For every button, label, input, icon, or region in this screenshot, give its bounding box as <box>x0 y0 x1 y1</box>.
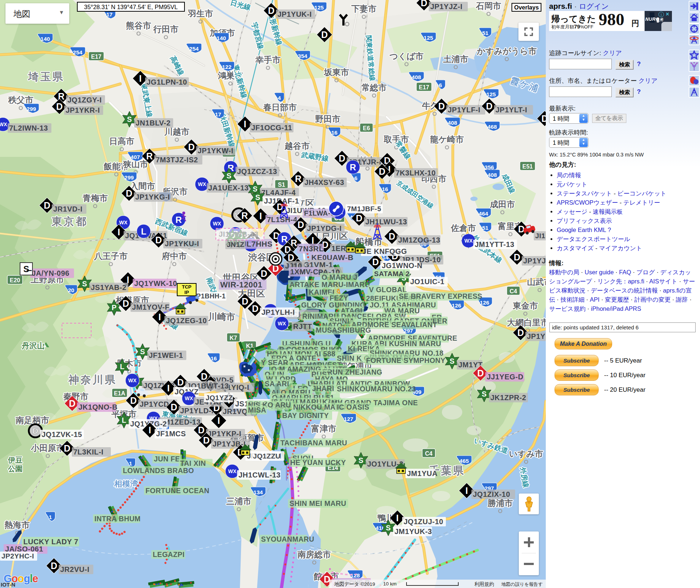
svg-text:408: 408 <box>448 120 457 126</box>
svg-text:1XMV-C: 1XMV-C <box>290 268 318 276</box>
svg-text:P: P <box>112 303 116 312</box>
svg-text:WX: WX <box>213 221 221 227</box>
svg-text:JQ1YZZ: JQ1YZZ <box>206 394 233 402</box>
svg-text:I: I <box>218 415 220 426</box>
svg-text:伊豆: 伊豆 <box>8 456 23 464</box>
svg-text:JM1YUA: JM1YUA <box>407 469 438 477</box>
svg-text:D: D <box>261 268 267 279</box>
svg-text:D: D <box>188 142 195 152</box>
svg-text:山武市: 山武市 <box>527 277 546 287</box>
svg-text:つくば市: つくば市 <box>389 51 424 61</box>
svg-text:SA ARI: SA ARI <box>265 380 289 388</box>
svg-text:408: 408 <box>412 74 421 80</box>
svg-text:I: I <box>139 73 142 84</box>
svg-text:122: 122 <box>222 64 232 70</box>
svg-text:JP1YUK-I: JP1YUK-I <box>277 10 312 18</box>
svg-text:I: I <box>396 513 399 523</box>
svg-text:D: D <box>126 188 132 198</box>
svg-text:IP: IP <box>184 290 189 295</box>
svg-text:WIR-12001: WIR-12001 <box>220 280 262 289</box>
svg-text:JF1WEI-1: JF1WEI-1 <box>149 351 183 359</box>
svg-text:LOWLANDS BRABO: LOWLANDS BRABO <box>123 467 194 475</box>
svg-text:石岡市: 石岡市 <box>476 1 501 11</box>
svg-text:I: I <box>244 119 246 129</box>
svg-text:E17: E17 <box>419 84 429 90</box>
svg-text:7L3KIL-I: 7L3KIL-I <box>73 448 104 456</box>
svg-text:7L4AJF-4: 7L4AJF-4 <box>261 189 296 197</box>
svg-text:D: D <box>321 30 328 40</box>
svg-text:D: D <box>201 371 207 382</box>
svg-text:JP1YLF-I: JP1YLF-I <box>448 106 481 114</box>
svg-text:D: D <box>389 231 395 241</box>
svg-text:126: 126 <box>452 302 461 309</box>
svg-text:17: 17 <box>215 111 221 117</box>
svg-text:L: L <box>120 363 124 371</box>
svg-text:C4: C4 <box>425 450 433 457</box>
svg-text:公園: 公園 <box>8 465 23 473</box>
svg-text:JH1CWL-13: JH1CWL-13 <box>238 471 281 479</box>
svg-text:JI1B: JI1B <box>535 232 546 240</box>
svg-text:126: 126 <box>480 299 489 306</box>
svg-text:S: S <box>82 280 87 288</box>
svg-text:坂東市: 坂東市 <box>324 67 349 77</box>
svg-text:R: R <box>146 151 153 161</box>
svg-text:FORTUNE OCEAN: FORTUNE OCEAN <box>145 487 209 495</box>
svg-text:JP1YDG-I: JP1YDG-I <box>307 224 342 232</box>
svg-text:JM1YOV-F: JM1YOV-F <box>132 303 170 311</box>
svg-text:春日部市: 春日部市 <box>263 102 297 112</box>
svg-text:S: S <box>226 172 231 180</box>
svg-text:SHINKOUMARU NO.23: SHINKOUMARU NO.23 <box>337 385 416 393</box>
svg-text:土浦市: 土浦市 <box>443 54 468 64</box>
svg-text:408: 408 <box>487 172 497 178</box>
svg-text:熊谷市: 熊谷市 <box>126 21 151 30</box>
svg-text:I: I <box>118 227 120 237</box>
svg-text:MUSASHIBURG: MUSASHIBURG <box>316 326 371 334</box>
svg-text:RJTT: RJTT <box>293 322 312 330</box>
svg-text:JP1YLT-I: JP1YLT-I <box>495 106 527 114</box>
svg-text:JM1YTT-13: JM1YTT-13 <box>475 240 514 248</box>
svg-text:R: R <box>175 215 182 225</box>
svg-text:JQ1ZUJ-10: JQ1ZUJ-10 <box>404 518 443 526</box>
svg-text:幸手市: 幸手市 <box>255 55 281 65</box>
svg-text:S: S <box>482 390 486 398</box>
svg-text:JG1WNO-N: JG1WNO-N <box>382 262 423 270</box>
svg-text:WX: WX <box>128 378 137 383</box>
svg-text:熱海市: 熱海市 <box>4 520 30 530</box>
svg-text:JH1LWU-13: JH1LWU-13 <box>365 218 407 226</box>
svg-text:125: 125 <box>486 91 496 97</box>
svg-text:D: D <box>356 213 362 223</box>
svg-text:D: D <box>252 303 258 314</box>
svg-text:D: D <box>514 252 520 262</box>
svg-text:D: D <box>44 200 50 210</box>
svg-text:354: 354 <box>298 53 307 59</box>
svg-text:WX: WX <box>464 238 473 244</box>
svg-text:東京都: 東京都 <box>51 216 88 227</box>
svg-text:468: 468 <box>487 124 497 130</box>
svg-text:134: 134 <box>253 489 263 495</box>
svg-text:JF1OCG-11: JF1OCG-11 <box>251 124 292 132</box>
svg-text:JP1YKG-I: JP1YKG-I <box>135 193 170 201</box>
svg-text:いすみ市: いすみ市 <box>509 449 543 459</box>
svg-text:D: D <box>438 101 445 111</box>
svg-text:JM1ZOG-13: JM1ZOG-13 <box>398 236 440 244</box>
svg-text:常総市: 常総市 <box>362 83 387 92</box>
svg-text:JL7HHS: JL7HHS <box>242 240 273 248</box>
svg-text:BAY DIGNITY: BAY DIGNITY <box>282 411 329 419</box>
svg-text:D: D <box>122 298 129 309</box>
svg-text:JQ1YWK-10: JQ1YWK-10 <box>134 279 177 287</box>
svg-text:D: D <box>517 328 524 338</box>
svg-text:LUCKY LADY 7: LUCKY LADY 7 <box>23 538 78 546</box>
svg-text:行田市: 行田市 <box>153 24 179 34</box>
svg-text:MISA: MISA <box>248 406 266 414</box>
svg-text:D: D <box>171 402 177 412</box>
svg-text:大網白里市: 大網白里市 <box>507 318 546 327</box>
svg-text:JP1YL: JP1YL <box>527 332 546 340</box>
svg-text:D: D <box>51 561 57 571</box>
svg-text:神奈川県: 神奈川県 <box>68 374 117 386</box>
svg-text:S: S <box>450 357 454 365</box>
svg-text:254: 254 <box>189 46 199 52</box>
svg-text:ARTAKE MARU-IMARU: ARTAKE MARU-IMARU <box>289 281 370 289</box>
svg-text:L: L <box>122 416 126 424</box>
svg-text:7M1JBF-5: 7M1JBF-5 <box>347 205 381 213</box>
svg-text:HE YUAN UCKY: HE YUAN UCKY <box>290 459 346 467</box>
